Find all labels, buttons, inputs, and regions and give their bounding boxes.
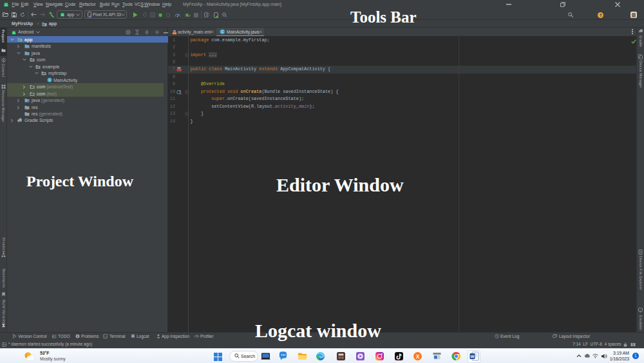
svg-text:C: C [48, 78, 51, 82]
svg-text:C: C [221, 30, 223, 34]
svg-text:X: X [416, 353, 420, 360]
svg-text:W: W [471, 355, 475, 358]
